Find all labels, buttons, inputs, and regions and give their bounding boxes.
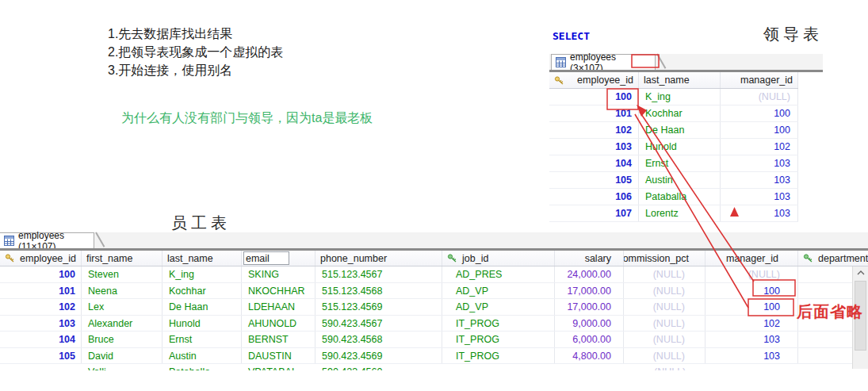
cell-employee-id[interactable]: 101 [549, 105, 639, 121]
cell-phone-number[interactable]: 590.423.4568 [315, 332, 442, 347]
vertical-scrollbar[interactable] [852, 266, 868, 369]
leader-result-tab[interactable]: employees (3×107) [551, 54, 656, 70]
column-header-manager-id[interactable]: manager_id [721, 72, 798, 88]
table-row[interactable]: 105 Austin 103 [549, 172, 798, 189]
cell-manager-id[interactable]: 103 [705, 348, 798, 364]
cell-phone-number[interactable]: 515.123.4567 [315, 266, 442, 282]
cell-last-name[interactable]: Austin [163, 348, 242, 364]
table-row[interactable]: 101 Kochhar 100 [549, 105, 798, 122]
cell-employee-id[interactable]: 105 [0, 348, 82, 364]
cell-manager-id[interactable]: 100 [705, 283, 798, 299]
column-header-commission-pct[interactable]: commission_pct [624, 251, 705, 266]
cell-salary[interactable]: 17,000.00 [555, 283, 624, 299]
cell-commission-pct[interactable]: (NULL) [624, 299, 705, 315]
cell-manager-id[interactable]: (NULL) [721, 89, 798, 105]
cell-email[interactable]: AHUNOLD [242, 316, 315, 332]
cell-last-name[interactable]: K_ing [163, 266, 242, 282]
table-row[interactable]: 102 Lex De Haan LDEHAAN 515.123.4569 AD_… [0, 299, 868, 316]
cell-job-id[interactable]: AD_PRES [442, 266, 555, 282]
cell-manager-id[interactable]: 103 [721, 172, 798, 188]
cell-employee-id[interactable]: 102 [549, 122, 639, 138]
cell-employee-id[interactable]: 104 [0, 332, 82, 347]
table-row[interactable]: 104 Bruce Ernst BERNST 590.423.4568 IT_P… [0, 332, 868, 348]
column-header-employee-id[interactable]: employee_id [549, 72, 639, 88]
column-header-employee-id[interactable]: employee_id [0, 251, 82, 266]
cell-manager-id[interactable]: 103 [705, 332, 798, 347]
cell-first-name[interactable]: Bruce [82, 332, 163, 347]
cell-salary[interactable]: 6,000.00 [555, 332, 624, 347]
cell-salary[interactable]: 24,000.00 [555, 266, 624, 282]
cell-employee-id[interactable]: 105 [549, 172, 639, 188]
cell-phone-number[interactable]: 515.123.4568 [315, 283, 442, 299]
cell-employee-id[interactable]: 100 [0, 266, 82, 282]
table-row[interactable]: 101 Neena Kochhar NKOCHHAR 515.123.4568 … [0, 283, 868, 300]
table-row[interactable]: 100 K_ing (NULL) [549, 89, 798, 105]
cell-employee-id[interactable]: 106 [549, 189, 639, 205]
column-header-department-id[interactable]: department_id [798, 251, 868, 266]
cell-employee-id[interactable]: 104 [549, 155, 639, 171]
cell-first-name[interactable]: David [82, 348, 163, 364]
clipped-table-row[interactable]: Valli Pataballa VPATABAL 590.423.4560 (N… [0, 364, 852, 370]
column-header-last-name[interactable]: last_name [639, 72, 721, 88]
cell-commission-pct[interactable]: (NULL) [624, 266, 705, 282]
cell-first-name[interactable]: Steven [82, 266, 163, 282]
cell-manager-id[interactable]: 102 [721, 139, 798, 155]
cell-last-name[interactable]: Austin [639, 172, 721, 188]
cell-last-name[interactable]: Hunold [163, 316, 242, 332]
cell-manager-id[interactable]: 103 [721, 155, 798, 171]
table-row[interactable]: 103 Hunold 102 [549, 139, 798, 155]
cell-employee-id[interactable]: 103 [549, 139, 639, 155]
cell-first-name[interactable]: Neena [82, 283, 163, 299]
cell-phone-number[interactable]: 590.423.4567 [315, 316, 442, 332]
cell-manager-id[interactable]: 102 [705, 316, 798, 332]
cell-last-name[interactable]: Ernst [163, 332, 242, 347]
column-header-first-name[interactable]: first_name [82, 251, 163, 266]
cell-job-id[interactable]: AD_VP [442, 283, 555, 299]
cell-commission-pct[interactable]: (NULL) [624, 332, 705, 347]
cell-email[interactable]: SKING [242, 266, 315, 282]
table-row[interactable]: 104 Ernst 103 [549, 155, 798, 172]
scroll-up-button[interactable] [853, 266, 868, 279]
cell-last-name[interactable]: Pataballa [639, 189, 721, 205]
cell-salary[interactable]: 4,800.00 [555, 348, 624, 364]
cell-phone-number[interactable]: 515.123.4569 [315, 299, 442, 315]
cell-last-name[interactable]: Hunold [639, 139, 721, 155]
table-row[interactable]: 102 De Haan 100 [549, 122, 798, 139]
cell-employee-id[interactable]: 100 [549, 89, 639, 105]
cell-manager-id[interactable]: 103 [721, 189, 798, 205]
table-row[interactable]: 103 Alexander Hunold AHUNOLD 590.423.456… [0, 316, 868, 332]
column-header-job-id[interactable]: job_id [442, 251, 555, 266]
cell-email[interactable]: BERNST [242, 332, 315, 347]
cell-employee-id[interactable]: 107 [549, 205, 639, 221]
column-header-salary[interactable]: salary [555, 251, 624, 266]
cell-last-name[interactable]: K_ing [639, 89, 721, 105]
column-header-email[interactable]: email [242, 251, 315, 266]
cell-commission-pct[interactable]: (NULL) [624, 283, 705, 299]
cell-manager-id[interactable]: 100 [721, 105, 798, 121]
column-header-last-name[interactable]: last_name [163, 251, 242, 266]
table-row[interactable]: 107 Lorentz 103 [549, 205, 798, 222]
cell-employee-id[interactable]: 102 [0, 299, 82, 315]
cell-employee-id[interactable]: 103 [0, 316, 82, 332]
cell-email[interactable]: NKOCHHAR [242, 283, 315, 299]
column-header-phone-number[interactable]: phone_number [315, 251, 442, 266]
cell-first-name[interactable]: Alexander [82, 316, 163, 332]
cell-manager-id[interactable]: 100 [721, 122, 798, 138]
cell-manager-id[interactable]: 103 [721, 205, 798, 221]
cell-employee-id[interactable]: 101 [0, 283, 82, 299]
cell-commission-pct[interactable]: (NULL) [624, 348, 705, 364]
cell-job-id[interactable]: IT_PROG [442, 348, 555, 364]
cell-manager-id[interactable]: 100 [705, 299, 798, 315]
cell-job-id[interactable]: IT_PROG [442, 332, 555, 347]
cell-last-name[interactable]: Kochhar [639, 105, 721, 121]
cell-phone-number[interactable]: 590.423.4569 [315, 348, 442, 364]
cell-last-name[interactable]: De Haan [639, 122, 721, 138]
cell-first-name[interactable]: Lex [82, 299, 163, 315]
column-header-manager-id[interactable]: manager_id [705, 251, 798, 266]
cell-job-id[interactable]: AD_VP [442, 299, 555, 315]
employee-result-tab[interactable]: employees (11×107) [0, 232, 94, 248]
cell-email[interactable]: LDEHAAN [242, 299, 315, 315]
cell-manager-id[interactable]: (NULL) [705, 266, 798, 282]
cell-last-name[interactable]: De Haan [163, 299, 242, 315]
cell-salary[interactable]: 17,000.00 [555, 299, 624, 315]
